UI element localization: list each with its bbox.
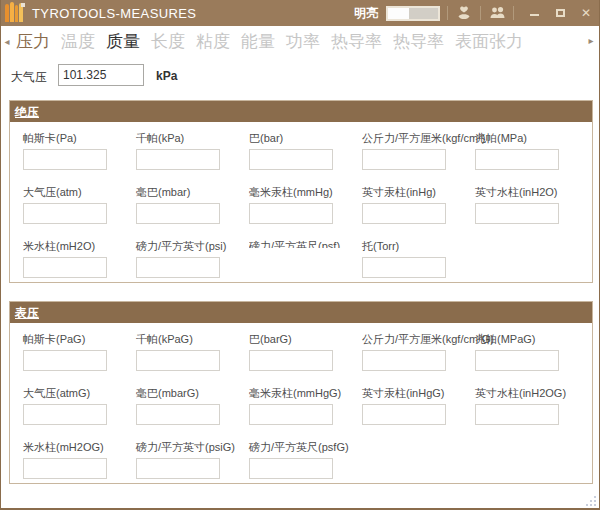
input-mh2og[interactable] [23,458,107,479]
atmospheric-row: 大气压 kPa [1,62,599,92]
input-pa[interactable] [23,149,107,170]
field-mpa: 兆帕(MPa) [475,131,588,169]
theme-toggle-label: 明亮 [354,5,378,22]
input-mbar[interactable] [136,203,220,224]
field-label-mpa: 兆帕(MPa) [475,131,588,145]
input-torr[interactable] [362,257,446,278]
field-label-kgfcm2: 公斤力/平方厘米(kgf/cm²) [362,131,475,145]
resize-grip[interactable] [584,494,596,506]
input-bar[interactable] [249,149,333,170]
input-kgfcm2g[interactable] [362,350,446,371]
field-atm: 大气压(atm) [23,185,136,223]
field-psfg: 磅力/平方英尺(psfG) [249,440,362,478]
section-header-gauge-pressure: 表压 [10,302,592,323]
tab-pressure[interactable]: 压力 [16,30,50,53]
app-window: TYROTOOLS-MEASURES 明亮 [0,0,600,510]
input-atmg[interactable] [23,404,107,425]
input-psfg[interactable] [249,458,333,479]
tab-surface-tension[interactable]: 表面张力 [455,30,523,53]
donate-heart-icon[interactable] [455,4,473,22]
field-torr: 托(Torr) [362,239,475,277]
field-label-mmhg: 毫米汞柱(mmHg) [249,185,362,199]
atmospheric-input[interactable] [58,64,144,86]
input-mpag[interactable] [475,350,559,371]
titlebar-divider [513,6,514,20]
field-pag: 帕斯卡(PaG) [23,332,136,370]
minimize-button[interactable] [521,0,547,26]
tab-thermal-conductivity[interactable]: 热导率 [331,30,382,53]
input-psi[interactable] [136,257,220,278]
field-psi: 磅力/平方英寸(psi) [136,239,249,277]
field-label-bar: 巴(bar) [249,131,362,145]
input-mmhg[interactable] [249,203,333,224]
input-mmhgg[interactable] [249,404,333,425]
field-kgfcm2g: 公斤力/平方厘米(kgf/cm²G) [362,332,475,370]
field-inh2o: 英寸水柱(inH2O) [475,185,588,223]
atmospheric-label: 大气压 [11,69,47,86]
field-bar: 巴(bar) [249,131,362,169]
tab-energy[interactable]: 能量 [241,30,275,53]
field-label-mh2og: 米水柱(mH2OG) [23,440,136,454]
input-psig[interactable] [136,458,220,479]
field-label-mbar: 毫巴(mbar) [136,185,249,199]
field-mh2o: 米水柱(mH2O) [23,239,136,277]
field-label-psf: 磅力/平方英尺(psf) [249,239,362,248]
input-mh2o[interactable] [23,257,107,278]
input-mbarg[interactable] [136,404,220,425]
field-label-inhgg: 英寸汞柱(inHgG) [362,386,475,400]
atmospheric-unit: kPa [156,69,177,83]
field-barg: 巴(barG) [249,332,362,370]
title-bar: TYROTOOLS-MEASURES 明亮 [1,0,599,26]
tab-viscosity[interactable]: 粘度 [196,30,230,53]
tab-thermal-conductivity-2[interactable]: 热导率 [393,30,444,53]
input-inh2o[interactable] [475,203,559,224]
field-mh2og: 米水柱(mH2OG) [23,440,136,478]
field-grid: 帕斯卡(Pa)千帕(kPa)巴(bar)公斤力/平方厘米(kgf/cm²)兆帕(… [10,122,592,277]
tab-temperature[interactable]: 温度 [61,30,95,53]
tab-length[interactable]: 长度 [151,30,185,53]
field-psf: 磅力/平方英尺(psf) [249,239,362,277]
toggle-thumb[interactable] [388,8,409,19]
tab-scroll-left-icon[interactable]: ◂ [1,36,13,47]
field-mpag: 兆帕(MPaG) [475,332,588,370]
field-label-psi: 磅力/平方英寸(psi) [136,239,249,253]
window-title: TYROTOOLS-MEASURES [32,6,196,21]
field-mbarg: 毫巴(mbarG) [136,386,249,424]
app-logo-icon [4,3,24,23]
field-kgfcm2: 公斤力/平方厘米(kgf/cm²) [362,131,475,169]
field-grid: 帕斯卡(PaG)千帕(kPaG)巴(barG)公斤力/平方厘米(kgf/cm²G… [10,323,592,478]
input-inh2og[interactable] [475,404,559,425]
field-atmg: 大气压(atmG) [23,386,136,424]
maximize-button[interactable] [547,0,573,26]
input-mpa[interactable] [475,149,559,170]
input-barg[interactable] [249,350,333,371]
field-label-psig: 磅力/平方英寸(psiG) [136,440,249,454]
field-label-mbarg: 毫巴(mbarG) [136,386,249,400]
theme-toggle-switch[interactable] [386,6,440,21]
section-gauge-pressure: 表压帕斯卡(PaG)千帕(kPaG)巴(barG)公斤力/平方厘米(kgf/cm… [9,301,593,484]
field-label-mh2o: 米水柱(mH2O) [23,239,136,253]
close-button[interactable]: ✕ [573,0,599,26]
tab-scroll-right-icon[interactable]: ▸ [585,35,597,46]
field-label-atmg: 大气压(atmG) [23,386,136,400]
field-mmhg: 毫米汞柱(mmHg) [249,185,362,223]
input-kpa[interactable] [136,149,220,170]
input-atm[interactable] [23,203,107,224]
field-psig: 磅力/平方英寸(psiG) [136,440,249,478]
input-kpag[interactable] [136,350,220,371]
field-label-inhg: 英寸汞柱(inHg) [362,185,475,199]
field-kpag: 千帕(kPaG) [136,332,249,370]
field-label-pa: 帕斯卡(Pa) [23,131,136,145]
field-label-kpag: 千帕(kPaG) [136,332,249,346]
input-inhgg[interactable] [362,404,446,425]
input-inhg[interactable] [362,203,446,224]
input-kgfcm2[interactable] [362,149,446,170]
field-label-atm: 大气压(atm) [23,185,136,199]
users-icon[interactable] [488,4,506,22]
field-label-mmhgg: 毫米汞柱(mmHgG) [249,386,362,400]
tab-power[interactable]: 功率 [286,30,320,53]
input-pag[interactable] [23,350,107,371]
tab-mass[interactable]: 质量 [106,30,140,53]
titlebar-divider [447,6,448,20]
field-inhg: 英寸汞柱(inHg) [362,185,475,223]
